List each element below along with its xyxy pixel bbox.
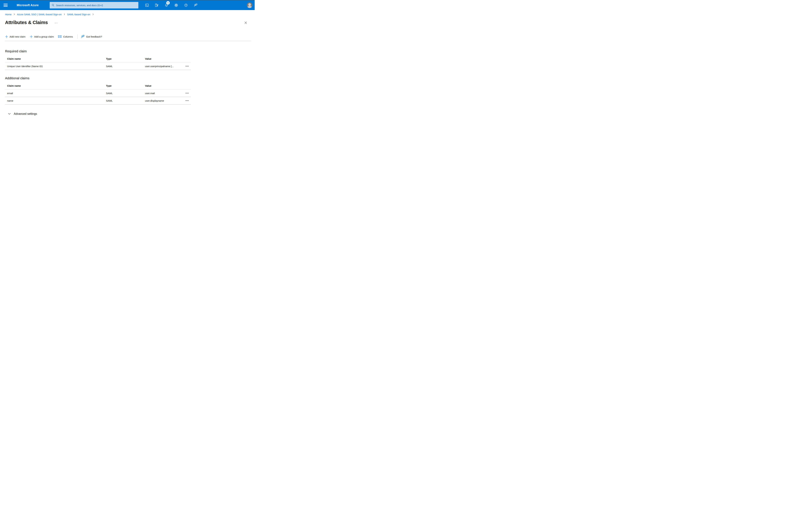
advanced-settings-label: Advanced settings	[14, 112, 37, 115]
type-cell: SAML	[106, 99, 145, 102]
page-title: Attributes & Claims	[5, 20, 48, 25]
cloud-shell-button[interactable]	[144, 2, 150, 8]
search-input[interactable]	[56, 4, 137, 7]
chevron-right-icon	[63, 13, 65, 16]
row-menu-icon[interactable]	[181, 93, 191, 93]
breadcrumb: Home Azure SAML SSO | SAML-based Sign-on…	[5, 13, 255, 16]
page-content: Home Azure SAML SSO | SAML-based Sign-on…	[0, 10, 255, 115]
feedback-button[interactable]	[193, 2, 199, 8]
column-header-value: Value	[145, 84, 181, 87]
row-menu-icon[interactable]	[181, 66, 191, 66]
azure-top-bar: Microsoft Azure	[0, 0, 255, 10]
column-header-claim-name: Claim name	[7, 84, 106, 87]
breadcrumb-app-link[interactable]: Azure SAML SSO | SAML-based Sign-on	[17, 13, 62, 16]
topbar-icon-group: 6 ?	[144, 2, 199, 8]
column-header-value: Value	[145, 57, 181, 60]
toolbar-divider	[5, 41, 251, 41]
value-cell: user.userprincipalname [...	[145, 65, 181, 67]
chevron-right-icon	[92, 13, 94, 16]
row-menu-icon[interactable]	[181, 100, 191, 101]
avatar-shoulders-shape	[247, 6, 252, 8]
claim-name-cell: Unique User Identifier (Name ID)	[7, 65, 106, 67]
table-header-row: Claim name Type Value	[5, 57, 191, 62]
settings-button[interactable]	[173, 2, 179, 8]
chevron-down-icon	[8, 112, 11, 115]
command-bar: Add new claim Add a group claim Columns	[5, 34, 255, 39]
avatar-head-shape	[248, 3, 251, 6]
plus-icon	[5, 35, 8, 38]
breadcrumb-signon-link[interactable]: SAML-based Sign-on	[67, 13, 90, 16]
table-row[interactable]: name SAML user.displayname	[5, 97, 191, 105]
add-group-claim-button[interactable]: Add a group claim	[30, 35, 54, 38]
required-claim-heading: Required claim	[5, 49, 255, 53]
columns-button[interactable]: Columns	[58, 35, 73, 38]
title-row: Attributes & Claims	[5, 19, 255, 26]
additional-claims-table: Claim name Type Value email SAML user.ma…	[5, 84, 191, 105]
breadcrumb-home-link[interactable]: Home	[5, 13, 11, 16]
type-cell: SAML	[106, 92, 145, 94]
value-cell: user.mail	[145, 92, 181, 94]
close-button[interactable]	[244, 21, 248, 25]
got-feedback-button[interactable]: Got feedback?	[81, 35, 102, 39]
hamburger-menu-icon[interactable]	[4, 4, 8, 7]
additional-claims-heading: Additional claims	[5, 76, 255, 80]
table-header-row: Claim name Type Value	[5, 84, 191, 89]
settings-gear-icon	[174, 3, 178, 7]
avatar[interactable]	[247, 2, 252, 8]
feedback-icon	[194, 3, 198, 7]
directory-filter-button[interactable]	[153, 2, 160, 8]
help-button[interactable]: ?	[183, 2, 189, 8]
svg-text:?: ?	[185, 4, 186, 6]
column-header-type: Type	[106, 84, 145, 87]
columns-icon	[58, 35, 62, 38]
cloud-shell-icon	[145, 3, 149, 7]
search-icon	[52, 4, 55, 7]
table-row[interactable]: email SAML user.mail	[5, 89, 191, 97]
column-header-claim-name: Claim name	[7, 57, 106, 60]
global-search[interactable]	[50, 2, 138, 8]
notification-count-badge: 6	[166, 1, 170, 4]
add-new-claim-button[interactable]: Add new claim	[5, 35, 26, 38]
page-overflow-menu-icon[interactable]	[55, 22, 57, 23]
claim-name-cell: email	[7, 92, 106, 94]
type-cell: SAML	[106, 65, 145, 67]
table-row[interactable]: Unique User Identifier (Name ID) SAML us…	[5, 62, 191, 70]
notifications-button[interactable]: 6	[163, 2, 170, 8]
required-claims-table: Claim name Type Value Unique User Identi…	[5, 57, 191, 70]
feedback-icon	[81, 35, 85, 39]
help-icon: ?	[184, 3, 188, 7]
claim-name-cell: name	[7, 99, 106, 102]
column-header-type: Type	[106, 57, 145, 60]
close-icon	[244, 21, 248, 25]
brand-title[interactable]: Microsoft Azure	[17, 0, 39, 10]
value-cell: user.displayname	[145, 99, 181, 102]
directory-filter-icon	[155, 3, 159, 7]
advanced-settings-toggle[interactable]: Advanced settings	[5, 112, 255, 115]
plus-icon	[30, 35, 33, 38]
chevron-right-icon	[13, 13, 15, 16]
